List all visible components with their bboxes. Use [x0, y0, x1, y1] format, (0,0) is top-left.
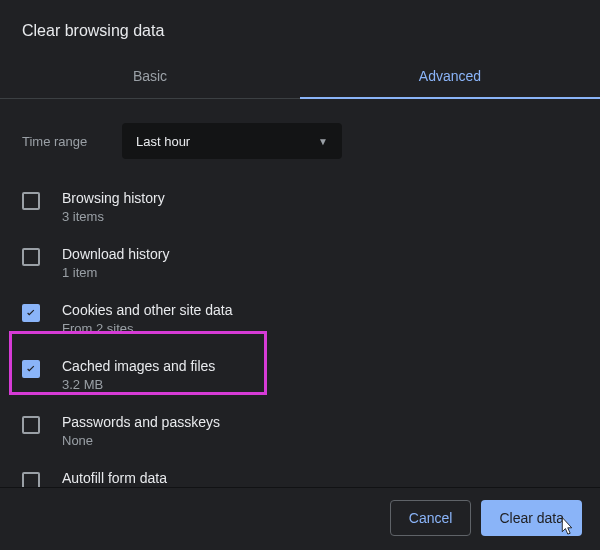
option-label: Browsing history [62, 190, 165, 206]
dialog-tabs: Basic Advanced [0, 60, 600, 99]
option-sublabel: 3.2 MB [62, 377, 215, 392]
option-label: Cookies and other site data [62, 302, 232, 318]
option-text: Download history1 item [62, 246, 169, 280]
option-text: Browsing history3 items [62, 190, 165, 224]
clear-data-button[interactable]: Clear data [481, 500, 582, 536]
option-checkbox[interactable] [22, 192, 40, 210]
time-range-row: Time range Last hour ▼ [0, 99, 600, 179]
option-checkbox[interactable] [22, 360, 40, 378]
dialog-footer: Cancel Clear data [0, 487, 600, 550]
option-checkbox[interactable] [22, 472, 40, 487]
clear-browsing-data-dialog: Clear browsing data Basic Advanced Time … [0, 0, 600, 550]
time-range-select[interactable]: Last hour ▼ [122, 123, 342, 159]
option-text: Cookies and other site dataFrom 2 sites [62, 302, 232, 336]
option-sublabel: 3 items [62, 209, 165, 224]
options-list: Browsing history3 itemsDownload history1… [0, 179, 600, 487]
option-row: Download history1 item [22, 235, 578, 291]
time-range-label: Time range [22, 134, 122, 149]
option-checkbox[interactable] [22, 248, 40, 266]
option-row: Cached images and files3.2 MB [22, 347, 578, 403]
option-row: Cookies and other site dataFrom 2 sites [22, 291, 578, 347]
option-label: Cached images and files [62, 358, 215, 374]
option-text: Cached images and files3.2 MB [62, 358, 215, 392]
tab-basic[interactable]: Basic [0, 60, 300, 98]
option-row: Browsing history3 items [22, 179, 578, 235]
option-text: Passwords and passkeysNone [62, 414, 220, 448]
option-label: Autofill form data [62, 470, 167, 486]
cancel-button[interactable]: Cancel [390, 500, 472, 536]
option-sublabel: None [62, 433, 220, 448]
option-row: Autofill form data [22, 459, 578, 487]
dialog-title: Clear browsing data [0, 18, 600, 60]
option-sublabel: From 2 sites [62, 321, 232, 336]
option-sublabel: 1 item [62, 265, 169, 280]
option-checkbox[interactable] [22, 416, 40, 434]
tab-advanced[interactable]: Advanced [300, 60, 600, 98]
chevron-down-icon: ▼ [318, 136, 328, 147]
option-checkbox[interactable] [22, 304, 40, 322]
option-label: Passwords and passkeys [62, 414, 220, 430]
option-text: Autofill form data [62, 470, 167, 486]
time-range-value: Last hour [136, 134, 190, 149]
option-row: Passwords and passkeysNone [22, 403, 578, 459]
option-label: Download history [62, 246, 169, 262]
